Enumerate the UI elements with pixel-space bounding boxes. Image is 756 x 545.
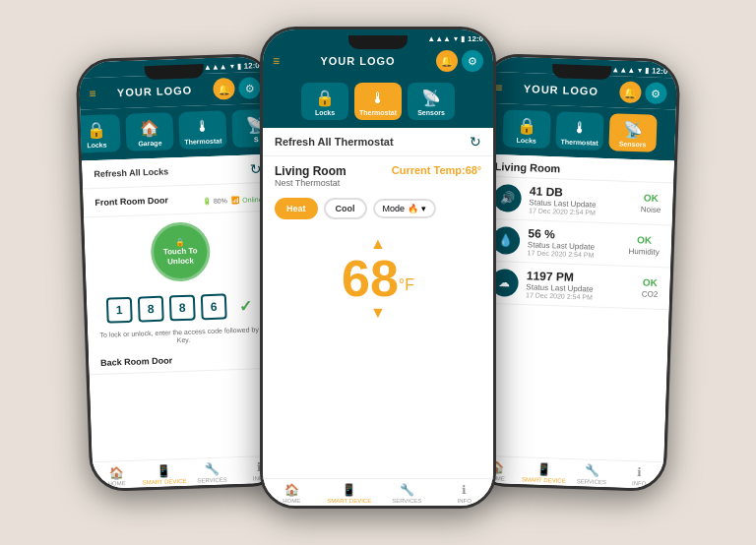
smart-label-right: SMART DEVICE [522, 476, 566, 484]
nav-tile-thermostat-center[interactable]: 🌡 Thermostat [354, 83, 402, 120]
cool-btn[interactable]: Cool [324, 198, 367, 219]
bottom-nav-thermostat: 🏠 HOME 📱 SMART DEVICE 🔧 SERVICES ℹ INFO [263, 478, 493, 506]
humidity-sensor-label: Humidity [629, 247, 660, 257]
sensor-co2: ☁ 1197 PM Status Last Update 17 Dec 2020… [478, 262, 670, 311]
noise-details: 41 DB Status Last Update 17 Dec 2020 2:5… [529, 184, 634, 217]
phone-sensors: ▲▲▲ ▾ ▮ 12:0 ≡ YOUR LOGO 🔔 ⚙ 🔒 Locks [469, 53, 680, 493]
nav-home[interactable]: 🏠 HOME [93, 465, 141, 488]
front-door-name: Front Room Door [94, 195, 168, 208]
tile-label-thermostat-right: Thermostat [560, 138, 598, 146]
touch-unlock-btn[interactable]: 🔒 Touch ToUnlock [150, 221, 211, 282]
app-logo: YOUR LOGO [117, 85, 193, 99]
nav-tiles-right: 🔒 Locks 🌡 Thermostat 📡 Sensors [483, 103, 676, 161]
nav-tile-locks-center[interactable]: 🔒 Locks [301, 83, 348, 120]
signal-icon-center: ▲▲▲ [427, 34, 451, 43]
notification-btn[interactable]: 🔔 [213, 78, 235, 100]
app-logo-center: YOUR LOGO [320, 55, 395, 67]
key-check[interactable]: ✓ [232, 292, 259, 319]
phone-screen-locks: ▲▲▲ ▾ ▮ 12:0 ≡ YOUR LOGO 🔔 ⚙ 🔒 Locks [78, 56, 284, 490]
smart-icon-center: 📱 [342, 483, 356, 497]
settings-btn[interactable]: ⚙ [238, 77, 261, 99]
home-label-center: HOME [283, 498, 300, 504]
refresh-thermostat-row: Refresh All Thermostat ↻ [263, 128, 493, 156]
current-temp-display: Current Temp:68° [392, 164, 481, 176]
front-door-row: Front Room Door 🔋 80% 📶 Online [83, 183, 275, 218]
header-icons-center: 🔔 ⚙ [436, 50, 483, 72]
content-area-thermostat: Refresh All Thermostat ↻ Living Room Nes… [263, 128, 493, 478]
mode-fire-icon: 🔥 [408, 204, 418, 213]
tile-label-locks: Locks [87, 142, 106, 150]
info-label-center: INFO [458, 498, 472, 504]
lock-icon: 🔒 [87, 121, 107, 141]
phone-notch-center [348, 35, 408, 49]
nav-services-center[interactable]: 🔧 SERVICES [378, 483, 436, 504]
battery-icon-right: ▮ [645, 66, 649, 75]
phone-notch [145, 64, 204, 80]
phone-screen-thermostat: ▲▲▲ ▾ ▮ 12:0 ≡ YOUR LOGO 🔔 ⚙ 🔒 Locks [263, 30, 493, 506]
content-area-locks: Refresh All Locks ↻ Front Room Door 🔋 80… [82, 154, 284, 462]
thermostat-icon: 🌡 [195, 117, 212, 136]
nav-smart-device-center[interactable]: 📱 SMART DEVICE [321, 483, 379, 504]
temp-unit-small: ° [477, 165, 481, 176]
services-label-center: SERVICES [392, 498, 421, 504]
key-8b[interactable]: 8 [169, 295, 196, 322]
notification-btn-center[interactable]: 🔔 [436, 50, 458, 72]
temp-unit-large: °F [399, 276, 414, 293]
nav-tile-thermostat[interactable]: 🌡 Thermostat [178, 110, 226, 150]
home-label: HOME [108, 480, 126, 487]
nav-home-center[interactable]: 🏠 HOME [263, 483, 321, 504]
refresh-all-locks-label: Refresh All Locks [94, 166, 168, 179]
back-door-row: Back Room Door [89, 346, 281, 376]
noise-icon: 🔊 [500, 191, 515, 206]
clock-right: 12:0 [652, 66, 667, 76]
services-icon-center: 🔧 [400, 483, 414, 497]
hamburger-icon-right[interactable]: ≡ [495, 81, 502, 94]
nav-tile-garage[interactable]: 🏠 Garage [125, 112, 173, 151]
nav-info-center[interactable]: ℹ INFO [436, 483, 494, 504]
nav-services[interactable]: 🔧 SERVICES [188, 461, 236, 484]
nav-smart-device[interactable]: 📱 SMART DEVICE [140, 463, 188, 486]
nav-tile-locks[interactable]: 🔒 Locks [78, 114, 120, 153]
smart-icon-right: 📱 [536, 462, 551, 477]
nav-info-right[interactable]: ℹ INFO [615, 465, 663, 488]
notification-btn-right[interactable]: 🔔 [619, 81, 642, 103]
wifi-icon: ▾ [230, 62, 234, 71]
wifi-icon-center: ▾ [454, 34, 458, 43]
mode-selector[interactable]: Mode 🔥 ▾ [373, 199, 437, 218]
settings-btn-right[interactable]: ⚙ [645, 82, 667, 104]
nav-smart-device-right[interactable]: 📱 SMART DEVICE [520, 461, 568, 484]
noise-icon-wrap: 🔊 [493, 184, 522, 212]
temperature-value: 68 [342, 250, 399, 307]
humidity-icon: 💧 [498, 233, 513, 248]
thermo-room: Living Room Nest Thermostat Current Temp… [263, 156, 493, 192]
app-logo-right: YOUR LOGO [524, 83, 599, 97]
hamburger-icon-center[interactable]: ≡ [273, 54, 280, 68]
humidity-details: 56 % Status Last Update 17 Dec 2020 2:54… [528, 226, 622, 259]
smart-device-icon: 📱 [157, 463, 171, 478]
key-1[interactable]: 1 [106, 297, 133, 324]
battery-icon-center: ▮ [461, 34, 465, 43]
content-area-sensors: Living Room 🔊 41 DB Status Last Update 1… [472, 154, 674, 462]
signal-icon-right: ▲▲▲ [611, 65, 635, 75]
nav-tile-sensors-right[interactable]: 📡 Sensors [608, 113, 657, 152]
key-8a[interactable]: 8 [138, 296, 164, 323]
battery-level: 🔋 80% [203, 197, 227, 205]
settings-btn-center[interactable]: ⚙ [462, 50, 483, 72]
header-icons-right: 🔔 ⚙ [619, 81, 667, 104]
lock-icon-right: 🔒 [517, 116, 537, 136]
nav-tile-locks-right[interactable]: 🔒 Locks [502, 109, 550, 149]
refresh-thermostat-btn[interactable]: ↻ [470, 134, 481, 150]
online-status: 📶 Online [231, 196, 262, 204]
sensor-humidity: 💧 56 % Status Last Update 17 Dec 2020 2:… [479, 219, 671, 269]
nav-services-right[interactable]: 🔧 SERVICES [567, 463, 615, 486]
nav-tile-sensors-center[interactable]: 📡 Sensors [408, 83, 455, 120]
smart-device-label: SMART DEVICE [143, 478, 187, 486]
room-name: Living Room [275, 164, 346, 178]
nav-tile-thermostat-right[interactable]: 🌡 Thermostat [555, 111, 603, 151]
heat-btn[interactable]: Heat [275, 198, 318, 219]
key-6[interactable]: 6 [201, 293, 227, 320]
hamburger-icon[interactable]: ≡ [89, 87, 95, 100]
info-label-right: INFO [632, 480, 647, 486]
temp-down-btn[interactable]: ▼ [263, 304, 493, 322]
home-icon-center: 🏠 [284, 483, 299, 497]
